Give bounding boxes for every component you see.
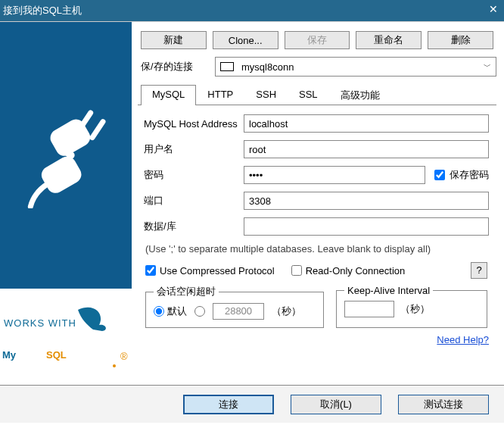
svg-text:My: My [2,349,17,361]
clone-button[interactable]: Clone... [213,31,278,49]
rename-button[interactable]: 重命名 [356,31,422,49]
idle-timeout-group: 会话空闲超时 默认 28800 （秒） [145,285,324,328]
saved-connection-combo[interactable]: mysql8conn ﹀ [215,57,496,77]
db-label: 数据/库 [144,220,244,233]
pass-label: 密码 [144,168,244,182]
savepass-label: 保存密码 [450,168,489,182]
mysql-logo: WORKS WITH My SQL ® [0,289,132,385]
main-area: WORKS WITH My SQL ® 新建 Clone... 保存 重命名 删… [0,21,504,385]
save-button[interactable]: 保存 [285,31,350,49]
idle-legend: 会话空闲超时 [154,285,219,298]
user-label: 用户名 [144,142,244,156]
host-label: MySQL Host Address [144,118,244,130]
keepalive-legend: Keep-Alive Interval [344,285,433,296]
keepalive-input[interactable] [344,301,394,317]
brand-hero [0,22,132,289]
compress-option[interactable]: Use Compressed Protocol [145,265,275,276]
svg-line-4 [64,150,71,155]
svg-text:®: ® [120,351,128,362]
window-title: 接到我的SQL主机 [3,4,82,17]
keepalive-group: Keep-Alive Interval （秒） [336,285,487,328]
svg-line-1 [80,113,91,129]
user-input[interactable] [244,140,489,158]
test-button[interactable]: 测试连接 [398,395,489,414]
new-button[interactable]: 新建 [141,31,207,49]
keepalive-unit: （秒） [400,302,430,316]
idle-custom-radio[interactable] [194,306,205,317]
tab-ssl[interactable]: SSL [288,85,329,105]
tab-ssh[interactable]: SSH [244,85,288,105]
titlebar: 接到我的SQL主机 ✕ [0,0,504,21]
host-input[interactable] [244,114,489,133]
tab-advanced[interactable]: 高级功能 [329,85,391,105]
db-note: (Use ';' to separate multiple databases.… [145,243,487,255]
need-help-link[interactable]: Need Help? [437,334,489,345]
db-input[interactable] [244,217,489,236]
cancel-button[interactable]: 取消(L) [291,395,381,414]
combo-value: mysql8conn [220,61,294,73]
connect-button[interactable]: 连接 [183,395,274,414]
mysql-form: MySQL Host Address 用户名 密码 保存密码 端口 数据/ [138,105,496,348]
tab-strip: MySQL HTTP SSH SSL 高级功能 [138,84,496,105]
pass-input[interactable] [244,166,425,184]
toolbar: 新建 Clone... 保存 重命名 删除 [138,28,496,57]
port-label: 端口 [144,194,244,208]
readonly-checkbox[interactable] [291,265,302,276]
footer: 连接 取消(L) 测试连接 [0,385,504,423]
svg-rect-3 [39,153,85,196]
close-icon[interactable]: ✕ [489,3,498,15]
readonly-option[interactable]: Read-Only Connection [291,265,406,276]
saved-connection-row: 保/存的连接 mysql8conn ﹀ [138,57,496,77]
plug-icon [20,102,111,208]
idle-unit: （秒） [272,305,301,318]
svg-point-7 [113,364,116,367]
tab-mysql[interactable]: MySQL [141,85,196,105]
svg-text:SQL: SQL [46,349,67,361]
help-button[interactable]: ? [471,262,487,279]
saved-label: 保/存的连接 [141,60,209,73]
delete-button[interactable]: 删除 [428,31,493,49]
savepass-checkbox[interactable] [434,170,445,180]
port-input[interactable] [244,192,489,210]
idle-default-radio[interactable]: 默认 [154,305,187,318]
sidebar: WORKS WITH My SQL ® [0,22,132,385]
content-pane: 新建 Clone... 保存 重命名 删除 保/存的连接 mysql8conn … [132,22,504,385]
tab-http[interactable]: HTTP [196,85,244,105]
svg-line-2 [92,122,103,138]
need-help-row: Need Help? [144,334,489,345]
logo-works-with: WORKS WITH [4,317,76,329]
compress-checkbox[interactable] [145,265,156,276]
idle-seconds-input[interactable]: 28800 [213,303,264,320]
chevron-down-icon: ﹀ [484,61,491,72]
